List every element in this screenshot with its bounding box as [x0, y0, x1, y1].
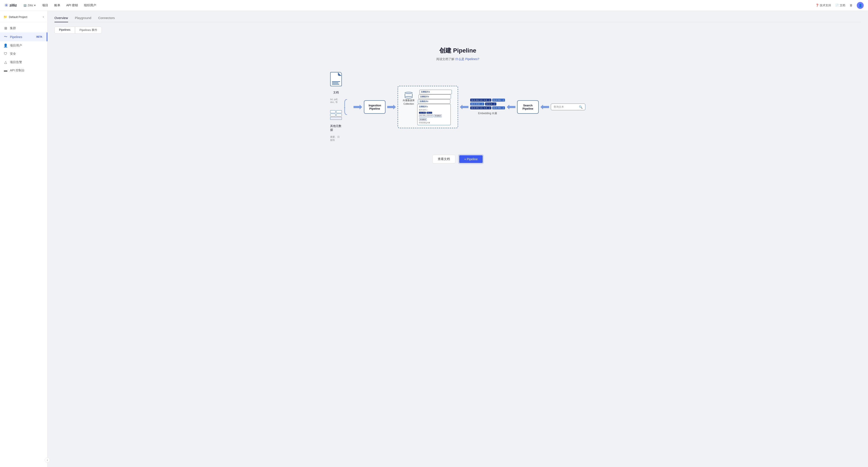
chunk2: 文档切片2 [418, 99, 450, 104]
collection-name: Collection [403, 103, 414, 105]
embedding-vectors: [1.3, 0.6, 1.2, -1.3, ...] [1.3, 0.6, ..… [470, 98, 505, 109]
arrow-from-input [540, 104, 549, 110]
db-section: 向量数据库 Collection [403, 92, 415, 105]
menu-org-users[interactable]: 组织用户 [84, 3, 96, 7]
chunk1: 文档切片1 切片文本 1 -1.1, 0.4 0.9, -1 0.1, 0.5 … [417, 104, 451, 125]
sidebar-collapse-button[interactable]: ‹ [45, 458, 50, 463]
ingestion-label-line1: Ingestion [369, 104, 381, 107]
search-icon: 🔍 [579, 105, 583, 109]
building-icon: 🏢 [23, 4, 27, 7]
support-link[interactable]: ❓ 技术支持 [815, 3, 831, 7]
chunk4: 文档切片4 [420, 90, 452, 94]
logo-icon: ✳ [4, 3, 8, 8]
subtab-pipelines[interactable]: Pipelines [55, 27, 75, 33]
chunk1-label: 文档切片1 [419, 105, 449, 108]
shield-icon: 🛡 [3, 52, 8, 56]
subtab-pipeline-events[interactable]: Pipelines 事件 [75, 27, 102, 33]
menu-api-keys[interactable]: API 密钥 [66, 3, 78, 7]
meta-icon [330, 110, 342, 120]
terminal-icon: ▬ [3, 68, 8, 72]
doc-icon: 📄 [835, 4, 839, 7]
org-name: Zilliz [28, 4, 33, 7]
bracket-arrow [344, 98, 350, 116]
collection-area: 向量数据库 Collection 文档切片4 文档切片3 [398, 86, 458, 128]
sidebar-item-security[interactable]: 🛡 安全 [0, 50, 47, 58]
collection-db-label: 向量数据库 [403, 99, 415, 102]
menu-billing[interactable]: 账单 [54, 3, 60, 7]
embed-main-label: Embedding 向量 [478, 112, 497, 115]
tab-overview[interactable]: Overview [55, 16, 68, 22]
embed-tag-2: 0.9, -1 [427, 112, 432, 114]
data-tag-2: 1.3, 1.2 [426, 114, 433, 117]
cluster-icon: ⊞ [3, 26, 8, 30]
center-content: 创建 Pipeline 阅读文档了解 什么是 Pipelines? [55, 42, 861, 172]
add-pipeline-button[interactable]: + Pipeline [459, 155, 484, 164]
trash-icon: 🗑 [849, 4, 852, 7]
trash-button[interactable]: 🗑 [849, 4, 852, 7]
question-icon: ❓ [815, 4, 819, 7]
collection-content: 向量数据库 Collection 文档切片4 文档切片3 [403, 90, 453, 124]
pipeline-icon: 〜 [3, 35, 8, 39]
action-buttons: 查看文档 + Pipeline [432, 155, 484, 164]
sidebar-item-api-console[interactable]: ▬ API 控制台 [0, 66, 47, 75]
bell-icon: △ [3, 60, 8, 64]
main-content: Overview Playground Connectors Pipelines… [48, 11, 868, 467]
pipelines-doc-link[interactable]: 什么是 Pipelines? [455, 57, 479, 61]
page-subtitle: 阅读文档了解 什么是 Pipelines? [436, 57, 479, 61]
menu-projects[interactable]: 项目 [42, 3, 48, 7]
embed-tag-1: -1.1, 0.4 [419, 112, 426, 114]
tab-connectors[interactable]: Connectors [98, 16, 115, 22]
sidebar-item-alerts[interactable]: △ 项目告警 [0, 58, 47, 66]
topnav-right: ❓ 技术支持 📄 文档 🗑 👤 [815, 2, 864, 9]
svg-marker-2 [387, 105, 396, 109]
embed-bottom-label: Embedding 向量 [419, 122, 449, 124]
embed-tag-row1-2: [1.3, 0.6, ...] [492, 98, 505, 101]
sidebar-label-project-users: 项目用户 [10, 44, 44, 48]
search-pipeline-box: Search Pipeline [517, 100, 539, 114]
project-selector[interactable]: 📁 Default Project ▾ [0, 13, 47, 22]
docs-link[interactable]: 📄 文档 [835, 3, 845, 7]
data-tag-3: 其他数据 [434, 114, 442, 117]
sidebar-label-api-console: API 控制台 [10, 68, 44, 72]
doc-label: 文档 [333, 91, 339, 94]
data-tag-1: 0.1, 0.5 [419, 114, 426, 117]
embed-section: [1.3, 0.6, 1.2, -1.3, ...] [1.3, 0.6, ..… [470, 98, 505, 115]
embed-tag-row3-1: [1.3, 0.6, 1.2, -1.3, ...] [470, 106, 491, 109]
project-name: Default Project [9, 16, 27, 19]
beta-badge: BETA [35, 35, 43, 38]
org-selector[interactable]: 🏢 Zilliz ▾ [23, 4, 36, 7]
embed-row-1: [1.3, 0.6, 1.2, -1.3, ...] [1.3, 0.6, ..… [470, 98, 505, 101]
search-query-input[interactable]: 查询文本 🔍 [551, 104, 585, 110]
view-docs-button[interactable]: 查看文档 [432, 155, 455, 164]
sidebar-item-pipelines[interactable]: 〜 Pipelines BETA [0, 32, 47, 41]
doc-section: 文档 txt, pdf, doc, 等 [330, 72, 342, 104]
svg-marker-5 [540, 105, 549, 109]
chunk1-embed-tags: -1.1, 0.4 0.9, -1 [419, 112, 449, 114]
diag-inputs: 文档 txt, pdf, doc, 等 其他元数据 摘要、日 [330, 72, 342, 142]
tab-playground[interactable]: Playground [75, 16, 91, 22]
meta-sublabel: 摘要、日期等 [330, 135, 342, 142]
pipeline-diagram: 文档 txt, pdf, doc, 等 其他元数据 摘要、日 [339, 72, 577, 142]
sidebar-item-clusters[interactable]: ⊞ 集群 [0, 24, 47, 32]
avatar[interactable]: 👤 [857, 2, 864, 9]
meta-label: 其他元数据 [330, 124, 342, 132]
embed-tag-row2-1: [1.3, 0.12, ...] [470, 103, 484, 106]
sidebar-label-alerts: 项目告警 [10, 60, 44, 64]
page-tabs: Overview Playground Connectors [55, 16, 861, 22]
sidebar-item-project-users[interactable]: 👤 项目用户 [0, 41, 47, 50]
logo[interactable]: ✳ zilliz [4, 3, 17, 8]
arrow-to-collection [387, 104, 396, 110]
search-input-placeholder: 查询文本 [554, 105, 577, 109]
doc-sublabel: txt, pdf, doc, 等 [330, 98, 342, 104]
dropdown-arrow-icon: ▾ [43, 16, 44, 18]
search-label-line2: Pipeline [522, 107, 534, 110]
sidebar: 📁 Default Project ▾ ⊞ 集群 〜 Pipelines BET… [0, 11, 48, 467]
embed-row-2: [1.3, 0.12, ...] [1.3, 0, ...] [470, 103, 505, 106]
page-title: 创建 Pipeline [439, 47, 476, 55]
svg-marker-4 [507, 105, 515, 109]
svg-marker-1 [353, 105, 362, 109]
sidebar-label-clusters: 集群 [10, 26, 44, 30]
embed-tag-row2-2: [1.3, 0, ...] [485, 103, 496, 106]
meta-section: 其他元数据 摘要、日期等 [330, 110, 342, 142]
arrow-from-search [507, 104, 515, 110]
